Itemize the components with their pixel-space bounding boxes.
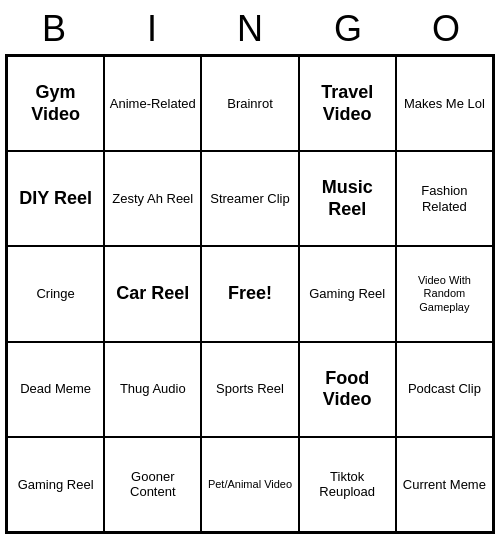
table-row[interactable]: Car Reel: [104, 246, 201, 341]
table-row[interactable]: Zesty Ah Reel: [104, 151, 201, 246]
table-row[interactable]: Podcast Clip: [396, 342, 493, 437]
table-row[interactable]: Food Video: [299, 342, 396, 437]
table-row[interactable]: Sports Reel: [201, 342, 298, 437]
table-row[interactable]: Gooner Content: [104, 437, 201, 532]
table-row[interactable]: Travel Video: [299, 56, 396, 151]
table-row[interactable]: Dead Meme: [7, 342, 104, 437]
table-row[interactable]: Pet/Animal Video: [201, 437, 298, 532]
table-row[interactable]: Current Meme: [396, 437, 493, 532]
table-row[interactable]: Gaming Reel: [7, 437, 104, 532]
table-row[interactable]: Makes Me Lol: [396, 56, 493, 151]
table-row[interactable]: Free!: [201, 246, 298, 341]
letter-i: I: [108, 8, 196, 50]
bingo-title: B I N G O: [5, 0, 495, 54]
table-row[interactable]: Gym Video: [7, 56, 104, 151]
table-row[interactable]: Streamer Clip: [201, 151, 298, 246]
letter-o: O: [402, 8, 490, 50]
table-row[interactable]: Video With Random Gameplay: [396, 246, 493, 341]
bingo-grid: Gym VideoAnime-RelatedBrainrotTravel Vid…: [5, 54, 495, 534]
table-row[interactable]: Tiktok Reupload: [299, 437, 396, 532]
table-row[interactable]: Brainrot: [201, 56, 298, 151]
letter-b: B: [10, 8, 98, 50]
table-row[interactable]: Cringe: [7, 246, 104, 341]
letter-n: N: [206, 8, 294, 50]
table-row[interactable]: DIY Reel: [7, 151, 104, 246]
table-row[interactable]: Music Reel: [299, 151, 396, 246]
table-row[interactable]: Fashion Related: [396, 151, 493, 246]
table-row[interactable]: Anime-Related: [104, 56, 201, 151]
letter-g: G: [304, 8, 392, 50]
table-row[interactable]: Thug Audio: [104, 342, 201, 437]
table-row[interactable]: Gaming Reel: [299, 246, 396, 341]
